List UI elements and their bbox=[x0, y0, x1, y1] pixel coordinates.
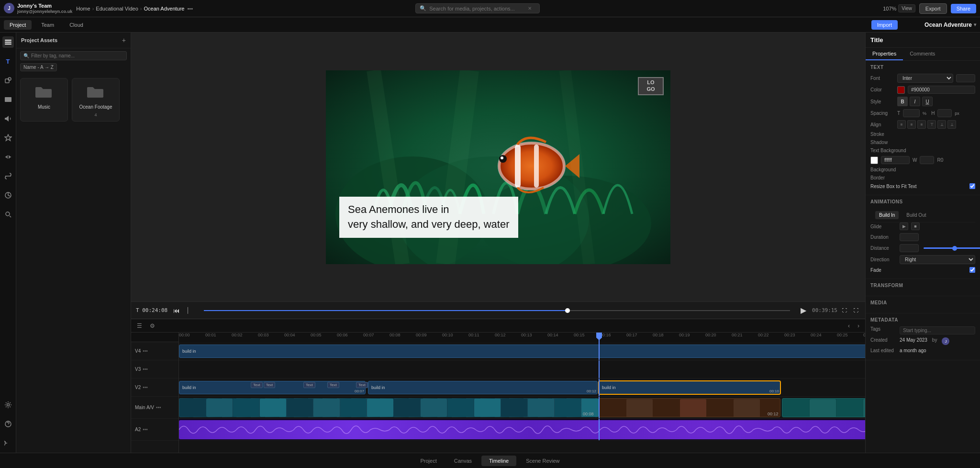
share-button[interactable]: Share bbox=[951, 4, 976, 13]
timeline-inner: 00:00 00:01 00:02 00:03 00:04 00:05 00:0… bbox=[179, 333, 865, 441]
clip-mainav-c[interactable] bbox=[782, 398, 865, 417]
sidebar-icon-media[interactable] bbox=[2, 94, 14, 105]
tab-cloud[interactable]: Cloud bbox=[64, 20, 89, 30]
play-button[interactable]: ▶ bbox=[799, 305, 808, 316]
bottom-tab-scene-review[interactable]: Scene Review bbox=[518, 456, 567, 466]
clip-v4-main[interactable]: build in bbox=[179, 345, 865, 358]
textbg-w-input[interactable]: 4 bbox=[920, 156, 934, 164]
align-top-btn[interactable]: ⊤ bbox=[927, 120, 936, 129]
align-mid-btn[interactable]: ⊥ bbox=[937, 120, 946, 129]
build-out-tab[interactable]: Build Out bbox=[902, 211, 930, 219]
shadow-row: Shadow bbox=[870, 140, 975, 145]
text-section-title: Text bbox=[870, 65, 975, 70]
bottom-tab-project[interactable]: Project bbox=[412, 456, 444, 466]
transform-title: Transform bbox=[870, 283, 975, 288]
fullscreen-button[interactable]: ⛶ bbox=[852, 307, 860, 314]
italic-button[interactable]: I bbox=[910, 97, 920, 106]
frame-back-button[interactable]: ⏮ bbox=[171, 306, 182, 315]
clip-v2-c[interactable]: build in 00:10 bbox=[599, 381, 780, 394]
spacing-value[interactable]: 100 bbox=[903, 109, 920, 117]
clip-mainav-b-duration: 00:12 bbox=[768, 412, 779, 416]
font-size-input[interactable]: 20 bbox=[956, 74, 975, 82]
mark-in-button[interactable]: ⎸ bbox=[186, 305, 195, 315]
track-label-v3: V3 ••• bbox=[131, 360, 178, 379]
align-bot-btn[interactable]: ⊥ bbox=[947, 120, 956, 129]
sidebar-icon-audio[interactable] bbox=[2, 113, 14, 124]
search-clear[interactable]: ✕ bbox=[528, 6, 532, 11]
tags-input[interactable] bbox=[900, 326, 975, 334]
textbg-color-input[interactable] bbox=[881, 156, 910, 164]
sidebar-icon-shapes[interactable] bbox=[2, 75, 14, 86]
clip-v2-b[interactable]: build in 00:12 bbox=[368, 381, 598, 394]
align-left-btn[interactable]: ≡ bbox=[897, 120, 906, 129]
export-button[interactable]: Export bbox=[919, 3, 947, 14]
bold-button[interactable]: B bbox=[897, 97, 908, 106]
bottom-tab-canvas[interactable]: Canvas bbox=[446, 456, 479, 466]
sidebar-icon-settings[interactable] bbox=[2, 399, 14, 411]
border-label: Border bbox=[870, 175, 894, 180]
bottom-tab-timeline[interactable]: Timeline bbox=[481, 456, 516, 466]
tab-project[interactable]: Project bbox=[4, 20, 32, 30]
tab-team[interactable]: Team bbox=[35, 20, 60, 30]
underline-button[interactable]: U bbox=[922, 97, 933, 106]
sidebar-icon-color[interactable] bbox=[2, 189, 14, 201]
timeline-collapse-right[interactable]: › bbox=[856, 322, 861, 330]
h-spacing-value[interactable]: 0 bbox=[937, 109, 952, 117]
glide-stop-btn[interactable]: ■ bbox=[911, 223, 920, 230]
sidebar-icon-layers[interactable] bbox=[2, 36, 14, 48]
sidebar-icon-search[interactable] bbox=[2, 209, 14, 220]
sidebar-icon-effects[interactable] bbox=[2, 132, 14, 144]
sidebar-icon-text[interactable]: T bbox=[2, 56, 14, 67]
resize-checkbox[interactable] bbox=[969, 183, 975, 189]
audio-clip[interactable] bbox=[179, 420, 865, 439]
timeline-collapse-left[interactable]: ‹ bbox=[846, 322, 852, 330]
sidebar-icon-transition[interactable] bbox=[2, 151, 14, 163]
search-input[interactable] bbox=[429, 6, 525, 11]
duration-input[interactable]: 1 bbox=[900, 233, 919, 241]
track-label-v4: V4 ••• bbox=[131, 342, 178, 360]
fade-checkbox[interactable] bbox=[969, 267, 975, 273]
sort-button[interactable]: Name - A → Z bbox=[20, 63, 57, 71]
clip-mainav-a[interactable] bbox=[179, 398, 599, 417]
distance-input[interactable]: 100 bbox=[900, 244, 919, 252]
assets-header: Project Assets + bbox=[16, 33, 131, 48]
project-dropdown-icon[interactable]: ▾ bbox=[974, 22, 976, 27]
distance-slider[interactable] bbox=[924, 247, 980, 249]
color-row: Color #900000 bbox=[870, 86, 975, 94]
color-swatch[interactable] bbox=[897, 86, 905, 94]
timeline-scroll[interactable]: 00:00 00:01 00:02 00:03 00:04 00:05 00:0… bbox=[179, 333, 865, 453]
view-button[interactable]: View bbox=[898, 4, 915, 12]
align-center-btn[interactable]: ≡ bbox=[907, 120, 916, 129]
font-select[interactable]: Inter bbox=[897, 74, 953, 83]
tab-comments[interactable]: Comments bbox=[903, 48, 942, 60]
glide-play-btn[interactable]: ▶ bbox=[900, 223, 908, 230]
breadcrumb-home[interactable]: Home bbox=[76, 6, 90, 11]
textbg-controls: W 4 R0 bbox=[870, 156, 975, 164]
fit-button[interactable]: ⛶ bbox=[840, 307, 849, 314]
textbg-swatch[interactable] bbox=[870, 156, 878, 164]
folder-music[interactable]: Music bbox=[20, 78, 68, 122]
direction-select[interactable]: Right Left Up Down bbox=[900, 255, 975, 264]
timeline-settings-btn[interactable]: ⚙ bbox=[148, 322, 157, 330]
sidebar-icon-history[interactable] bbox=[2, 437, 14, 449]
track-a2: 00:39 bbox=[179, 419, 865, 441]
duration-row: Duration 1 bbox=[870, 233, 975, 241]
folder-ocean[interactable]: Ocean Footage 4 bbox=[72, 78, 120, 122]
import-button[interactable]: Import bbox=[871, 20, 898, 30]
track-label-mainav: Main A/V ••• bbox=[131, 397, 178, 419]
progress-bar[interactable] bbox=[204, 310, 790, 311]
breadcrumb-educational[interactable]: Educational Video bbox=[96, 6, 138, 11]
timeline-menu-btn[interactable]: ☰ bbox=[135, 322, 144, 330]
assets-add-icon[interactable]: + bbox=[122, 36, 126, 44]
breadcrumb-more[interactable]: ••• bbox=[187, 6, 193, 11]
clip-mainav-b[interactable] bbox=[599, 398, 780, 417]
team-email: jonny@jonnyelelwyn.co.uk bbox=[17, 9, 72, 14]
style-label: Style bbox=[870, 99, 894, 104]
created-value: 24 May 2023 bbox=[900, 337, 927, 343]
sidebar-icon-tools[interactable] bbox=[2, 170, 14, 182]
sidebar-icon-help[interactable] bbox=[2, 418, 14, 430]
assets-search-input[interactable] bbox=[31, 53, 123, 58]
align-right-btn[interactable]: ≡ bbox=[917, 120, 926, 129]
build-in-tab[interactable]: Build In bbox=[875, 211, 899, 219]
tab-properties[interactable]: Properties bbox=[866, 48, 903, 60]
